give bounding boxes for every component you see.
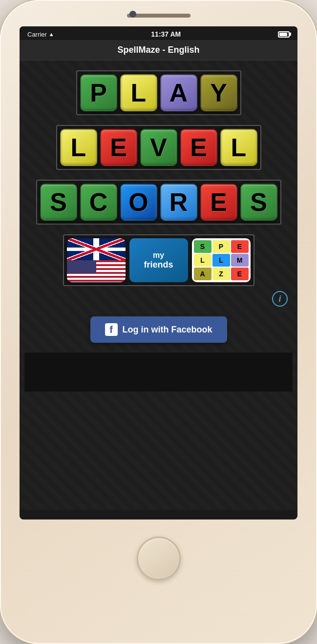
play-tile[interactable]: L [120,74,157,111]
spellmaze-mini-tile: L [194,254,211,267]
level-tile[interactable]: E [180,129,217,166]
spellmaze-mini-tile: L [212,254,230,267]
spellmaze-icon[interactable]: SPELLMAZE [192,238,251,282]
scores-word-container[interactable]: SCORES [36,180,281,225]
scores-tile[interactable]: R [160,184,197,221]
us-canton [67,260,96,273]
scores-tile[interactable]: C [80,184,117,221]
scores-tile[interactable]: S [40,184,77,221]
facebook-login-label: Log in with Facebook [123,325,212,335]
uk-flag [67,238,126,260]
bottom-black-bar [24,353,293,392]
scores-tile[interactable]: E [200,184,237,221]
level-tile[interactable]: L [220,129,257,166]
level-word-container[interactable]: LEVEL [56,125,261,170]
scores-tile[interactable]: S [240,184,277,221]
home-button[interactable] [137,537,181,581]
app-title: SpellMaze - English [117,45,199,55]
my-label: my [153,251,164,260]
earpiece-speaker [127,14,190,18]
status-bar: Carrier ▲ 11:37 AM [20,26,297,40]
spellmaze-mini-tile: S [194,240,211,253]
battery-indicator [278,31,290,38]
level-tile[interactable]: E [100,129,137,166]
battery-icon [278,31,290,38]
scores-tile[interactable]: O [120,184,157,221]
status-time: 11:37 AM [151,30,181,38]
info-button[interactable]: i [272,291,288,307]
spellmaze-mini-tile: Z [212,268,230,280]
navigation-bar: SpellMaze - English [20,40,297,61]
spellmaze-mini-tile: E [231,268,249,280]
play-tile[interactable]: A [160,74,197,111]
info-row: i [24,291,293,307]
facebook-logo-icon: f [105,323,118,336]
level-tile[interactable]: V [140,129,177,166]
phone-frame: Carrier ▲ 11:37 AM SpellMaze - English P… [0,0,317,644]
carrier-info: Carrier ▲ [27,31,54,38]
play-tile[interactable]: Y [200,74,237,111]
play-tile[interactable]: P [80,74,117,111]
phone-screen: Carrier ▲ 11:37 AM SpellMaze - English P… [20,26,297,519]
battery-fill [279,33,287,36]
spellmaze-mini-tile: P [212,240,230,253]
language-flag-button[interactable] [67,238,126,282]
facebook-login-button[interactable]: f Log in with Facebook [90,316,227,343]
app-content: PLAY LEVEL SCORES my friends [20,61,297,510]
spellmaze-mini-tile: M [231,254,249,267]
phone-bottom [137,519,181,644]
wifi-icon: ▲ [49,31,54,37]
spellmaze-mini-tile: A [194,268,211,280]
spellmaze-mini-tile: E [231,240,249,253]
icons-row: my friends SPELLMAZE [63,234,254,286]
my-friends-button[interactable]: my friends [129,238,188,282]
play-word-container[interactable]: PLAY [76,70,241,115]
level-tile[interactable]: L [60,129,97,166]
us-flag [67,260,126,282]
friends-label: friends [144,260,173,270]
front-camera [129,11,136,18]
